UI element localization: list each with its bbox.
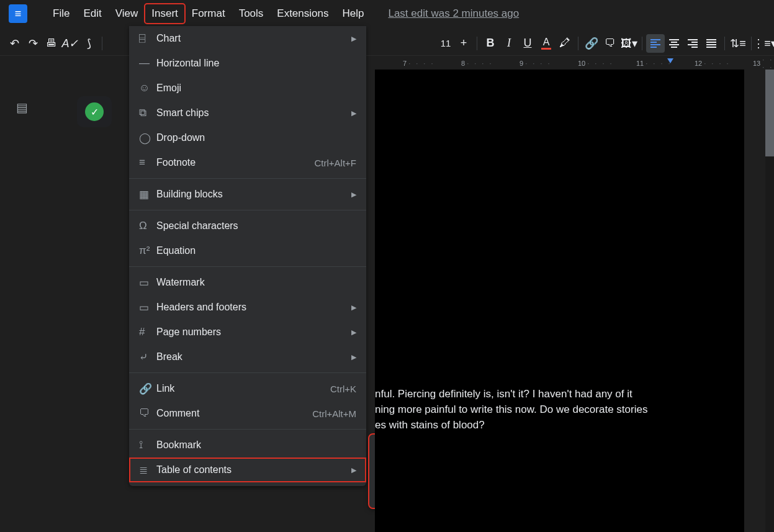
submenu-arrow-icon: ▶ xyxy=(351,353,356,361)
break-icon: ⤶ xyxy=(139,351,156,364)
menu-item-label: Chart xyxy=(156,33,351,44)
font-size-increase-button[interactable]: + xyxy=(454,34,473,53)
menu-item-link[interactable]: 🔗LinkCtrl+K xyxy=(129,376,366,401)
ruler[interactable]: 7· · · ·8· · · ·9· · · ·10· · · ·11· · ·… xyxy=(375,58,774,68)
hash-icon: # xyxy=(139,326,156,338)
menu-item-label: Link xyxy=(156,383,330,394)
highlight-button[interactable]: 🖍 xyxy=(556,34,574,53)
separator xyxy=(477,37,477,50)
menu-item-break[interactable]: ⤶Break▶ xyxy=(129,345,366,369)
menu-file[interactable]: File xyxy=(46,4,76,24)
menu-item-label: Drop-down xyxy=(156,132,356,143)
insert-image-button[interactable]: 🖼▾ xyxy=(619,34,638,53)
menu-item-footnote[interactable]: ≡FootnoteCtrl+Alt+F xyxy=(129,150,366,175)
menu-item-shortcut: Ctrl+Alt+M xyxy=(312,408,356,419)
submenu-arrow-icon: ▶ xyxy=(351,328,356,336)
separator xyxy=(642,37,642,50)
submenu-arrow-icon: ▶ xyxy=(351,304,356,312)
insert-comment-button[interactable]: 🗨 xyxy=(601,34,619,53)
insert-link-button[interactable]: 🔗 xyxy=(582,34,601,53)
menu-item-table-of-contents[interactable]: ≣Table of contents▶ xyxy=(129,458,366,482)
hr-icon: — xyxy=(139,57,156,70)
more-tools-button[interactable]: ⋮≡▾ xyxy=(755,34,774,53)
menu-item-label: Headers and footers xyxy=(156,302,351,313)
outline-toggle-icon[interactable]: ▤ xyxy=(16,100,28,115)
menu-separator xyxy=(129,266,366,267)
ruler-tick: 12· · · · xyxy=(695,60,731,67)
menu-item-label: Smart chips xyxy=(156,107,351,119)
insert-menu-dropdown: ⌸Chart▶—Horizontal line☺Emoji⧉Smart chip… xyxy=(129,26,366,486)
text-color-button[interactable]: A xyxy=(537,34,556,53)
menu-item-smart-chips[interactable]: ⧉Smart chips▶ xyxy=(129,101,366,125)
font-size-value[interactable]: 11 xyxy=(437,38,454,48)
menu-item-shortcut: Ctrl+K xyxy=(330,384,356,394)
menu-item-label: Table of contents xyxy=(156,464,351,476)
document-text[interactable]: nful. Piercing definitely is, isn't it? … xyxy=(375,386,744,433)
align-right-button[interactable] xyxy=(683,34,702,53)
last-edit-link[interactable]: Last edit was 2 minutes ago xyxy=(388,7,519,20)
document-line[interactable]: es with stains of blood? xyxy=(375,417,744,433)
line-spacing-button[interactable]: ⇅≡ xyxy=(729,34,747,53)
menu-separator xyxy=(129,210,366,210)
menubar: ≡ FileEditViewInsertFormatToolsExtension… xyxy=(0,0,774,27)
submenu-arrow-icon: ▶ xyxy=(351,466,356,474)
bold-button[interactable]: B xyxy=(481,34,500,53)
underline-button[interactable]: U xyxy=(518,34,537,53)
menu-item-watermark[interactable]: ▭Watermark xyxy=(129,270,366,295)
menu-item-label: Horizontal line xyxy=(156,58,356,69)
redo-button[interactable]: ↷ xyxy=(24,34,42,53)
menu-edit[interactable]: Edit xyxy=(76,4,108,24)
paint-format-button[interactable]: ⟆ xyxy=(79,34,98,53)
link-icon: 🔗 xyxy=(139,382,156,395)
font-size-control: 11 + xyxy=(437,34,473,53)
menu-item-page-numbers[interactable]: #Page numbers▶ xyxy=(129,320,366,345)
menu-item-bookmark[interactable]: ⟟Bookmark xyxy=(129,433,366,458)
align-center-button[interactable] xyxy=(665,34,683,53)
menu-item-emoji[interactable]: ☺Emoji xyxy=(129,76,366,101)
menu-help[interactable]: Help xyxy=(335,4,371,24)
menu-item-headers-and-footers[interactable]: ▭Headers and footers▶ xyxy=(129,295,366,320)
spellcheck-button[interactable]: A✓ xyxy=(61,34,79,53)
ruler-tick: 7· · · · xyxy=(403,60,435,67)
align-left-button[interactable] xyxy=(646,34,665,53)
menu-separator xyxy=(129,372,366,373)
menu-item-label: Building blocks xyxy=(156,189,351,200)
pi-icon: π² xyxy=(139,245,156,257)
scrollbar-thumb[interactable] xyxy=(765,70,774,156)
ruler-tick: 11· · · · xyxy=(636,60,672,67)
undo-button[interactable]: ↶ xyxy=(5,34,24,53)
emoji-icon: ☺ xyxy=(139,82,156,94)
menu-item-label: Watermark xyxy=(156,277,356,288)
print-button[interactable]: 🖶 xyxy=(42,34,61,53)
document-line[interactable]: ning more painful to write this now. Do … xyxy=(375,402,744,417)
menu-item-special-characters[interactable]: ΩSpecial characters xyxy=(129,214,366,238)
menu-item-building-blocks[interactable]: ▦Building blocks▶ xyxy=(129,182,366,207)
document-canvas[interactable]: nful. Piercing definitely is, isn't it? … xyxy=(375,70,744,532)
menu-item-label: Bookmark xyxy=(156,440,356,451)
menu-item-shortcut: Ctrl+Alt+F xyxy=(314,158,356,168)
menu-insert[interactable]: Insert xyxy=(145,4,185,24)
app-icon[interactable]: ≡ xyxy=(9,4,27,23)
footnote-icon: ≡ xyxy=(139,156,156,169)
menu-item-label: Special characters xyxy=(156,220,356,232)
menu-extensions[interactable]: Extensions xyxy=(270,4,335,24)
toolbar: ↶ ↷ 🖶 A✓ ⟆ 11 + B I U A 🖍 🔗 🗨 🖼▾ ⇅≡ ⋮≡▾ xyxy=(0,31,774,56)
menu-view[interactable]: View xyxy=(109,4,145,24)
chart-icon: ⌸ xyxy=(139,32,156,45)
align-justify-button[interactable] xyxy=(702,34,721,53)
status-check-badge[interactable]: ✓ xyxy=(77,96,112,127)
menu-item-equation[interactable]: π²Equation xyxy=(129,238,366,263)
menu-item-label: Break xyxy=(156,351,351,363)
menu-item-comment[interactable]: 🗨CommentCtrl+Alt+M xyxy=(129,401,366,426)
menu-format[interactable]: Format xyxy=(185,4,232,24)
vertical-scrollbar[interactable] xyxy=(765,70,774,532)
document-line[interactable]: nful. Piercing definitely is, isn't it? … xyxy=(375,386,744,402)
menu-item-horizontal-line[interactable]: —Horizontal line xyxy=(129,51,366,76)
menu-item-chart[interactable]: ⌸Chart▶ xyxy=(129,26,366,51)
separator xyxy=(102,37,102,50)
menu-tools[interactable]: Tools xyxy=(232,4,271,24)
menu-item-drop-down[interactable]: ◯Drop-down xyxy=(129,125,366,150)
italic-button[interactable]: I xyxy=(500,34,518,53)
ruler-tick: 9· · · · xyxy=(520,60,552,67)
ruler-indent-marker[interactable] xyxy=(667,58,673,63)
